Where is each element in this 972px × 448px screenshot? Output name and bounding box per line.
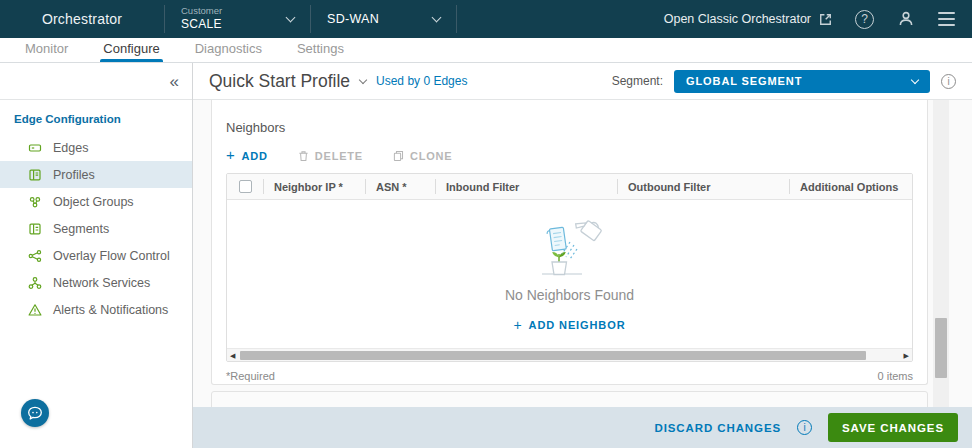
watering-plant-illustration [520, 216, 620, 280]
sidebar-item-edges[interactable]: Edges [0, 134, 192, 161]
tab-monitor[interactable]: Monitor [25, 41, 68, 62]
segment-value: GLOBAL SEGMENT [686, 75, 802, 87]
help-button[interactable]: ? [855, 10, 874, 29]
table-footer: *Required 0 items [226, 362, 913, 389]
customer-switcher[interactable]: Customer SCALE [165, 0, 310, 38]
discard-changes-button[interactable]: DISCARD CHANGES [654, 422, 781, 434]
chevron-down-icon [286, 13, 296, 23]
sidebar-item-segments[interactable]: Segments [0, 215, 192, 242]
tab-settings[interactable]: Settings [297, 41, 344, 62]
user-menu-button[interactable] [897, 10, 915, 28]
changes-info-icon[interactable]: i [797, 420, 812, 435]
segments-icon [28, 222, 42, 236]
sidebar-item-overlay-flow-control[interactable]: Overlay Flow Control [0, 242, 192, 269]
top-header: Orchestrator Customer SCALE SD-WAN Open … [0, 0, 972, 38]
required-note: *Required [226, 370, 275, 382]
network-services-icon [28, 276, 42, 290]
object-groups-icon [28, 195, 42, 209]
segment-info-icon[interactable]: i [941, 74, 956, 89]
edge-device-icon [28, 141, 42, 155]
primary-tabs: Monitor Configure Diagnostics Settings [0, 38, 972, 63]
plus-icon: + [513, 317, 522, 333]
open-classic-orchestrator-link[interactable]: Open Classic Orchestrator [664, 12, 832, 26]
page-title: Quick Start Profile [209, 71, 350, 92]
sidebar-item-object-groups[interactable]: Object Groups [0, 188, 192, 215]
column-header-inbound-filter: Inbound Filter [435, 179, 617, 194]
horizontal-scrollbar[interactable]: ◀ ▶ [227, 348, 912, 361]
tab-configure[interactable]: Configure [103, 41, 159, 62]
chat-feedback-button[interactable] [21, 399, 49, 427]
save-changes-button[interactable]: SAVE CHANGES [828, 413, 958, 442]
customer-value: SCALE [181, 17, 222, 33]
tab-diagnostics[interactable]: Diagnostics [195, 41, 262, 62]
profiles-icon [28, 168, 42, 182]
menu-button[interactable] [938, 12, 955, 26]
column-header-asn: ASN * [365, 179, 435, 194]
sidebar-item-label: Profiles [53, 168, 95, 182]
sidebar-item-label: Segments [53, 222, 109, 236]
segment-select[interactable]: GLOBAL SEGMENT [674, 70, 930, 93]
vertical-scrollbar-thumb[interactable] [935, 318, 947, 378]
plus-icon: + [226, 146, 236, 163]
neighbors-table: Neighbor IP * ASN * Inbound Filter Outbo… [226, 173, 913, 362]
scroll-left-arrow[interactable]: ◀ [230, 352, 235, 359]
action-footer: DISCARD CHANGES i SAVE CHANGES [193, 407, 972, 448]
column-header-additional-options: Additional Options [789, 179, 912, 194]
customer-label: Customer [181, 5, 222, 17]
sidebar-item-label: Overlay Flow Control [53, 249, 170, 263]
sidebar-item-label: Edges [53, 141, 88, 155]
chevron-down-icon [432, 13, 442, 23]
sidebar-item-profiles[interactable]: Profiles [0, 161, 192, 188]
user-icon [897, 10, 915, 28]
delete-button[interactable]: DELETE [298, 150, 363, 162]
chevron-down-icon [359, 75, 367, 83]
chevron-down-icon [911, 75, 919, 83]
open-classic-label: Open Classic Orchestrator [664, 12, 811, 26]
empty-state-text: No Neighbors Found [505, 287, 634, 303]
select-all-checkbox[interactable] [239, 180, 252, 193]
scroll-right-arrow[interactable]: ▶ [904, 352, 909, 359]
chat-bubble-icon [27, 406, 43, 421]
external-link-icon [819, 13, 832, 26]
sidebar-item-label: Alerts & Notifications [53, 303, 168, 317]
segment-label: Segment: [612, 74, 663, 88]
used-by-edges-link[interactable]: Used by 0 Edges [376, 74, 467, 88]
vertical-scrollbar[interactable] [933, 100, 949, 407]
items-count: 0 items [878, 370, 913, 382]
product-switcher[interactable]: SD-WAN [311, 0, 456, 38]
neighbors-title: Neighbors [226, 100, 913, 135]
column-header-outbound-filter: Outbound Filter [617, 179, 789, 194]
sidebar-item-alerts-notifications[interactable]: Alerts & Notifications [0, 296, 192, 323]
table-header-row: Neighbor IP * ASN * Inbound Filter Outbo… [227, 174, 912, 200]
sidebar-collapse-button[interactable]: « [170, 73, 179, 90]
column-header-neighbor-ip: Neighbor IP * [263, 179, 365, 194]
header-divider [456, 5, 457, 33]
sidebar: « Edge Configuration Edges Profiles [0, 63, 193, 448]
profile-header: Quick Start Profile Used by 0 Edges Segm… [193, 63, 972, 100]
horizontal-scrollbar-thumb[interactable] [240, 351, 866, 360]
neighbors-card: Neighbors + ADD DELETE [211, 100, 928, 385]
sidebar-item-label: Object Groups [53, 195, 134, 209]
profile-title-dropdown[interactable]: Quick Start Profile [209, 71, 366, 92]
trash-icon [298, 150, 309, 162]
flow-control-icon [28, 249, 42, 263]
sidebar-item-network-services[interactable]: Network Services [0, 269, 192, 296]
next-section-card [211, 391, 928, 407]
neighbors-toolbar: + ADD DELETE [226, 148, 913, 163]
copy-icon [393, 150, 404, 162]
sidebar-item-label: Network Services [53, 276, 150, 290]
empty-state: No Neighbors Found + ADD NEIGHBOR [227, 200, 912, 348]
add-neighbor-button[interactable]: + ADD NEIGHBOR [513, 317, 625, 333]
sidebar-section-title: Edge Configuration [0, 113, 192, 125]
app-title: Orchestrator [0, 0, 164, 38]
product-name: SD-WAN [327, 12, 379, 26]
alert-triangle-icon [28, 303, 42, 317]
clone-button[interactable]: CLONE [393, 150, 453, 162]
add-button[interactable]: + ADD [226, 148, 268, 163]
